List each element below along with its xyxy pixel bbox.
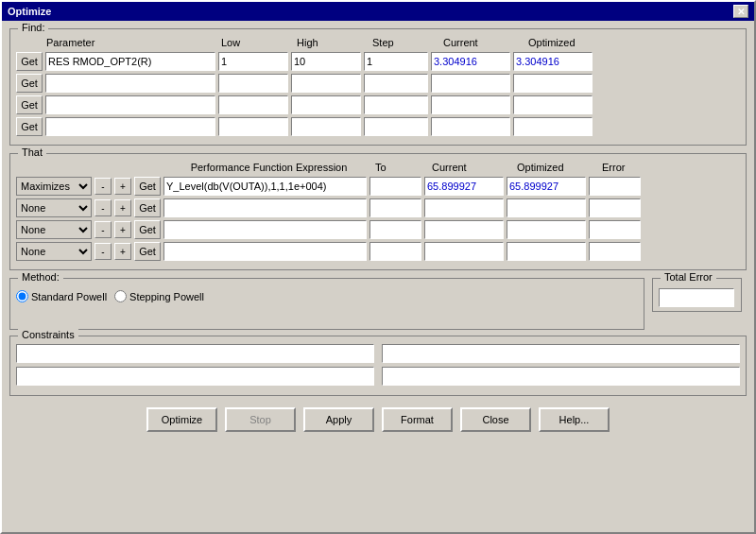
format-button[interactable]: Format xyxy=(382,407,453,432)
standard-powell-radio[interactable] xyxy=(16,290,28,302)
that-row-2: None Maximizes Minimizes Equals - + Get xyxy=(16,198,740,217)
minus-btn-2[interactable]: - xyxy=(94,199,112,216)
to-input-1[interactable] xyxy=(369,177,421,196)
stop-button[interactable]: Stop xyxy=(225,407,296,432)
method-options: Standard Powell Stepping Powell xyxy=(16,290,638,302)
error-input-2[interactable] xyxy=(589,198,641,217)
current-input-3[interactable] xyxy=(431,95,510,114)
that-row-4: None Maximizes Minimizes Equals - + Get xyxy=(16,242,740,261)
constraint-input-3[interactable] xyxy=(16,367,374,386)
param-input-4[interactable] xyxy=(45,117,215,136)
param-input-1[interactable] xyxy=(45,52,215,71)
plus-btn-4[interactable]: + xyxy=(114,243,131,260)
constraints-group: Constraints xyxy=(9,336,747,396)
low-col-header: Low xyxy=(221,37,297,48)
standard-powell-label: Standard Powell xyxy=(31,291,107,302)
standard-powell-option[interactable]: Standard Powell xyxy=(16,290,107,302)
constraint-input-1[interactable] xyxy=(16,344,374,363)
optimized-input-4[interactable] xyxy=(513,117,593,136)
that-current-1[interactable] xyxy=(424,177,504,196)
step-col-header: Step xyxy=(372,37,443,48)
optimized-input-1[interactable] xyxy=(513,52,593,71)
that-current-col-header: Current xyxy=(432,162,517,173)
help-button[interactable]: Help... xyxy=(539,407,610,432)
optimized-input-2[interactable] xyxy=(513,74,593,93)
step-input-2[interactable] xyxy=(364,74,428,93)
find-row-3: Get xyxy=(16,95,740,114)
low-input-2[interactable] xyxy=(218,74,288,93)
that-current-3[interactable] xyxy=(424,220,504,239)
that-optimized-3[interactable] xyxy=(507,220,586,239)
low-input-4[interactable] xyxy=(218,117,288,136)
expression-input-4[interactable] xyxy=(163,242,367,261)
plus-btn-1[interactable]: + xyxy=(114,178,131,195)
error-input-4[interactable] xyxy=(589,242,641,261)
total-error-input[interactable] xyxy=(659,288,734,307)
get-button-1[interactable]: Get xyxy=(16,52,43,71)
get-button-3[interactable]: Get xyxy=(16,95,43,114)
step-input-3[interactable] xyxy=(364,95,428,114)
type-select-2[interactable]: None Maximizes Minimizes Equals xyxy=(16,198,92,217)
minus-btn-1[interactable]: - xyxy=(94,178,112,195)
to-input-4[interactable] xyxy=(369,242,421,261)
high-input-1[interactable] xyxy=(291,52,361,71)
error-col-header: Error xyxy=(602,162,659,173)
expression-input-2[interactable] xyxy=(163,198,367,217)
method-group: Method: Standard Powell Stepping Powell xyxy=(9,278,644,330)
get-button-2[interactable]: Get xyxy=(16,74,43,93)
minus-btn-3[interactable]: - xyxy=(94,221,112,238)
type-select-1[interactable]: Maximizes Minimizes Equals xyxy=(16,177,92,196)
that-get-button-3[interactable]: Get xyxy=(134,220,161,239)
stepping-powell-option[interactable]: Stepping Powell xyxy=(114,290,204,302)
minus-btn-4[interactable]: - xyxy=(94,243,112,260)
current-input-4[interactable] xyxy=(431,117,510,136)
optimized-input-3[interactable] xyxy=(513,95,593,114)
expression-input-3[interactable] xyxy=(163,220,367,239)
that-get-button-1[interactable]: Get xyxy=(134,177,161,196)
find-label: Find: xyxy=(18,22,48,33)
close-icon[interactable]: ✕ xyxy=(733,5,748,18)
title-bar: Optimize ✕ xyxy=(2,2,754,21)
stepping-powell-label: Stepping Powell xyxy=(129,291,204,302)
constraint-input-2[interactable] xyxy=(382,344,740,363)
to-input-2[interactable] xyxy=(369,198,421,217)
step-input-4[interactable] xyxy=(364,117,428,136)
that-get-button-4[interactable]: Get xyxy=(134,242,161,261)
that-optimized-col-header: Optimized xyxy=(517,162,602,173)
param-input-3[interactable] xyxy=(45,95,215,114)
low-input-3[interactable] xyxy=(218,95,288,114)
high-input-4[interactable] xyxy=(291,117,361,136)
close-button[interactable]: Close xyxy=(460,407,531,432)
apply-button[interactable]: Apply xyxy=(303,407,374,432)
low-input-1[interactable] xyxy=(218,52,288,71)
to-col-header: To xyxy=(375,162,432,173)
that-optimized-4[interactable] xyxy=(507,242,586,261)
constraint-input-4[interactable] xyxy=(382,367,740,386)
perf-fn-col-header: Performance Function Expression xyxy=(163,162,375,173)
error-input-1[interactable] xyxy=(589,177,641,196)
type-select-4[interactable]: None Maximizes Minimizes Equals xyxy=(16,242,92,261)
to-input-3[interactable] xyxy=(369,220,421,239)
optimize-button[interactable]: Optimize xyxy=(146,407,217,432)
current-input-2[interactable] xyxy=(431,74,510,93)
error-input-3[interactable] xyxy=(589,220,641,239)
constraints-row-2 xyxy=(16,367,740,386)
get-button-4[interactable]: Get xyxy=(16,117,43,136)
step-input-1[interactable] xyxy=(364,52,428,71)
that-label: That xyxy=(18,146,46,158)
stepping-powell-radio[interactable] xyxy=(114,290,127,302)
high-input-2[interactable] xyxy=(291,74,361,93)
that-row-3: None Maximizes Minimizes Equals - + Get xyxy=(16,220,740,239)
that-optimized-1[interactable] xyxy=(507,177,586,196)
high-input-3[interactable] xyxy=(291,95,361,114)
type-select-3[interactable]: None Maximizes Minimizes Equals xyxy=(16,220,92,239)
current-input-1[interactable] xyxy=(431,52,510,71)
that-current-4[interactable] xyxy=(424,242,504,261)
expression-input-1[interactable] xyxy=(163,177,367,196)
plus-btn-3[interactable]: + xyxy=(114,221,131,238)
that-optimized-2[interactable] xyxy=(507,198,586,217)
plus-btn-2[interactable]: + xyxy=(114,199,131,216)
param-input-2[interactable] xyxy=(45,74,215,93)
that-current-2[interactable] xyxy=(424,198,504,217)
that-get-button-2[interactable]: Get xyxy=(134,198,161,217)
